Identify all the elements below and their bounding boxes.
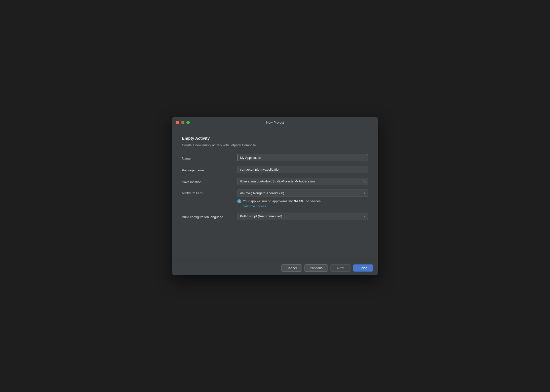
save-location-input[interactable]: [237, 178, 368, 185]
sdk-info-text: i Your app will run on approximately 94.…: [237, 199, 368, 203]
cancel-button[interactable]: Cancel: [281, 264, 302, 272]
close-button[interactable]: [176, 121, 179, 124]
sdk-info: i Your app will run on approximately 94.…: [237, 199, 368, 208]
minimum-sdk-control: API 21 ("Lollipop"; Android 5.0) API 23 …: [237, 189, 368, 208]
window-title: New Project: [266, 121, 284, 124]
package-name-label: Package name: [182, 167, 237, 172]
build-config-label: Build configuration language: [182, 214, 237, 219]
next-button[interactable]: Next: [330, 264, 350, 272]
folder-icon[interactable]: 🗂: [363, 179, 366, 183]
build-config-control: Kotlin script (Recommended) Groovy ▼: [237, 213, 368, 220]
sdk-info-after: of devices.: [305, 199, 322, 203]
package-name-control: [237, 166, 368, 173]
info-icon: i: [237, 199, 241, 203]
form-content: Empty Activity Create a new empty activi…: [172, 128, 378, 261]
finish-button[interactable]: Finish: [353, 264, 373, 272]
previous-button[interactable]: Previous: [304, 264, 328, 272]
title-bar: New Project: [172, 117, 378, 128]
sdk-percentage: 94.4%: [294, 199, 303, 203]
footer: Cancel Previous Next Finish: [172, 261, 378, 275]
build-config-select[interactable]: Kotlin script (Recommended) Groovy: [237, 213, 368, 220]
minimum-sdk-select-wrapper: API 21 ("Lollipop"; Android 5.0) API 23 …: [237, 189, 368, 197]
name-input[interactable]: [237, 154, 368, 161]
section-subtitle: Create a new empty activity with Jetpack…: [182, 143, 368, 147]
spacer: [182, 224, 368, 255]
minimum-sdk-row: Minimum SDK API 21 ("Lollipop"; Android …: [182, 189, 368, 208]
name-label: Name: [182, 155, 237, 160]
minimum-sdk-select[interactable]: API 21 ("Lollipop"; Android 5.0) API 23 …: [237, 189, 368, 197]
maximize-button[interactable]: [186, 121, 190, 124]
new-project-window: New Project Empty Activity Create a new …: [172, 117, 378, 275]
package-name-row: Package name: [182, 166, 368, 173]
save-location-label: Save location: [182, 179, 237, 184]
build-config-row: Build configuration language Kotlin scri…: [182, 213, 368, 220]
build-config-select-wrapper: Kotlin script (Recommended) Groovy ▼: [237, 213, 368, 220]
sdk-info-before: Your app will run on approximately: [243, 199, 293, 203]
section-title: Empty Activity: [182, 136, 368, 141]
save-location-wrapper: 🗂: [237, 178, 368, 185]
help-me-choose-link[interactable]: Help me choose: [243, 204, 368, 208]
name-row: Name: [182, 154, 368, 161]
name-control: [237, 154, 368, 161]
package-name-input[interactable]: [237, 166, 368, 173]
minimum-sdk-label: Minimum SDK: [182, 189, 237, 195]
save-location-control: 🗂: [237, 178, 368, 185]
minimize-button[interactable]: [181, 121, 184, 124]
traffic-lights: [176, 121, 190, 124]
save-location-row: Save location 🗂: [182, 178, 368, 185]
